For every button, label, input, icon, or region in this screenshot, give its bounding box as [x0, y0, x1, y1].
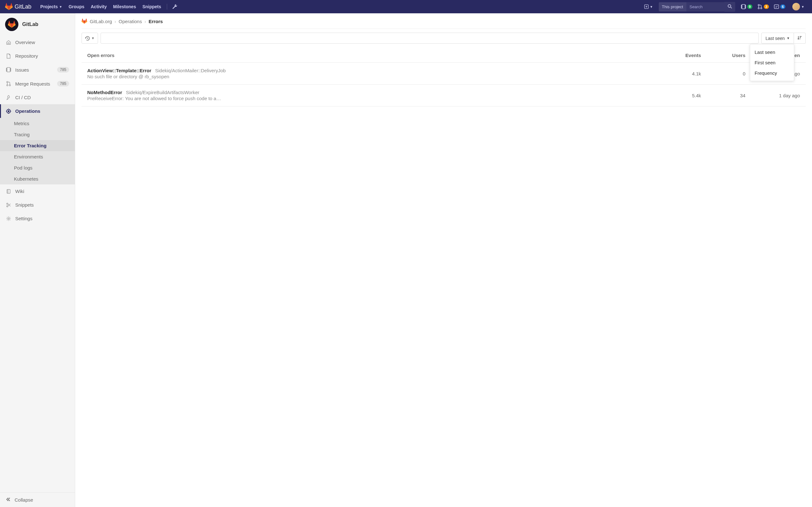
sort-option-last-seen[interactable]: Last seen [750, 47, 794, 57]
sidebar-item-merge-requests[interactable]: Merge Requests 785 [0, 77, 75, 91]
brand-name: GitLab [14, 3, 32, 10]
merge-request-icon [757, 4, 763, 9]
last-seen-value: 1 day ago [745, 93, 806, 98]
sidebar-item-issues[interactable]: Issues 785 [0, 63, 75, 77]
sidebar-item-snippets[interactable]: Snippets [0, 198, 75, 212]
issues-icon [6, 67, 11, 72]
svg-rect-11 [10, 68, 11, 71]
plus-button[interactable]: ▼ [642, 4, 656, 9]
project-name: GitLab [22, 21, 38, 27]
svg-point-12 [7, 81, 8, 83]
sidebar-item-settings[interactable]: Settings [0, 212, 75, 225]
wrench-icon[interactable] [170, 4, 180, 9]
svg-point-16 [8, 111, 9, 112]
project-icon [5, 18, 18, 31]
home-icon [6, 40, 11, 45]
issues-icon [741, 4, 746, 9]
search-button[interactable] [724, 2, 735, 12]
svg-rect-2 [742, 4, 745, 9]
events-count: 4.1k [657, 71, 701, 76]
operations-submenu: Metrics Tracing Error Tracking Environme… [0, 118, 75, 184]
svg-rect-10 [6, 68, 7, 71]
topbar-nav: Projects ▼ Groups Activity Milestones Sn… [37, 4, 180, 9]
gitlab-logo[interactable]: GitLab [5, 3, 32, 10]
svg-point-20 [8, 218, 9, 219]
svg-rect-9 [7, 67, 10, 72]
sidebar-item-operations[interactable]: Operations [0, 104, 75, 118]
breadcrumb: GitLab.org › Operations › Errors [75, 13, 812, 29]
search-input[interactable] [687, 2, 724, 11]
divider [167, 4, 167, 9]
main-content: GitLab.org › Operations › Errors ▼ Last … [75, 13, 812, 507]
error-title: ActionView::Template::Error [87, 68, 151, 73]
breadcrumb-section[interactable]: Operations [119, 19, 142, 24]
operations-icon [6, 109, 11, 114]
chevron-down-icon: ▼ [59, 5, 62, 9]
sub-tracing[interactable]: Tracing [0, 129, 75, 140]
nav-groups[interactable]: Groups [65, 4, 88, 9]
todo-icon [774, 4, 779, 9]
user-menu[interactable]: ▼ [788, 3, 807, 10]
svg-point-13 [7, 84, 8, 86]
error-desc: PreReceiveError: You are not allowed to … [87, 96, 657, 101]
chevron-down-icon: ▼ [650, 5, 653, 9]
filter-bar: ▼ Last seen ▼ Last seen First seen Frequ… [82, 29, 806, 44]
svg-point-19 [7, 203, 8, 205]
errors-table: Open errors Events Users Last seen Actio… [82, 48, 806, 107]
gear-icon [6, 216, 11, 221]
chevron-right-icon: › [144, 19, 146, 24]
sidebar-item-overview[interactable]: Overview [0, 36, 75, 49]
nav-activity[interactable]: Activity [88, 4, 110, 9]
sub-metrics[interactable]: Metrics [0, 118, 75, 129]
search: This project [659, 2, 735, 12]
chevron-down-icon: ▼ [91, 37, 95, 40]
svg-rect-3 [741, 5, 742, 8]
sort-icon [797, 35, 802, 40]
collapse-icon [6, 497, 11, 503]
svg-point-1 [728, 4, 731, 7]
mr-counter[interactable]: 3 [755, 4, 771, 9]
search-icon [728, 4, 732, 9]
sub-kubernetes[interactable]: Kubernetes [0, 173, 75, 184]
nav-snippets[interactable]: Snippets [139, 4, 164, 9]
table-row[interactable]: NoMethodErrorSidekiq/ExpireBuildArtifact… [82, 84, 806, 107]
book-icon [6, 189, 11, 194]
svg-rect-17 [7, 189, 10, 193]
sidebar-collapse[interactable]: Collapse [0, 493, 75, 507]
sidebar-item-cicd[interactable]: CI / CD [0, 91, 75, 104]
table-row[interactable]: ActionView::Template::ErrorSidekiq/Actio… [82, 63, 806, 84]
sidebar-project[interactable]: GitLab [0, 13, 75, 36]
nav-projects[interactable]: Projects ▼ [37, 4, 65, 9]
sub-error-tracking[interactable]: Error Tracking [0, 140, 75, 151]
col-open-errors: Open errors [82, 53, 657, 58]
issues-count-badge: 785 [57, 67, 69, 72]
svg-point-18 [7, 206, 8, 207]
todos-counter[interactable]: 6 [771, 4, 788, 9]
sort-dropdown: Last seen First seen Frequency [750, 44, 794, 81]
sub-environments[interactable]: Environments [0, 151, 75, 162]
breadcrumb-org[interactable]: GitLab.org [90, 19, 112, 24]
sidebar-item-repository[interactable]: Repository [0, 49, 75, 63]
gitlab-icon [5, 3, 13, 10]
history-button[interactable]: ▼ [82, 33, 98, 44]
svg-point-14 [9, 84, 10, 86]
chevron-down-icon: ▼ [786, 37, 790, 40]
table-header: Open errors Events Users Last seen [82, 48, 806, 63]
issues-counter[interactable]: 9 [739, 4, 755, 9]
filter-input[interactable] [101, 33, 759, 44]
sort-option-first-seen[interactable]: First seen [750, 57, 794, 68]
col-events: Events [657, 53, 701, 58]
topbar: GitLab Projects ▼ Groups Activity Milest… [0, 0, 812, 13]
sort-button[interactable]: Last seen ▼ [761, 33, 794, 44]
mr-count-badge: 785 [57, 81, 69, 87]
sub-pod-logs[interactable]: Pod logs [0, 162, 75, 173]
nav-milestones[interactable]: Milestones [110, 4, 139, 9]
history-icon [85, 36, 90, 41]
users-count: 0 [701, 71, 745, 76]
sidebar-item-wiki[interactable]: Wiki [0, 184, 75, 198]
sort-option-frequency[interactable]: Frequency [750, 68, 794, 78]
search-scope[interactable]: This project [659, 2, 687, 11]
avatar [792, 3, 800, 10]
scissors-icon [6, 203, 11, 208]
sort-direction-button[interactable] [794, 33, 806, 44]
